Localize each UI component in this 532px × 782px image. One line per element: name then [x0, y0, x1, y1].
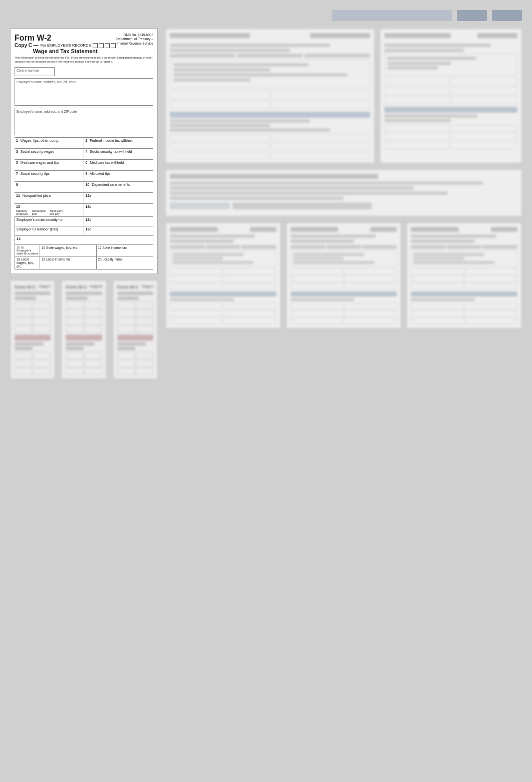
local-tax-row: 18 Local wages, tips, etc. 19 Local inco…	[15, 256, 153, 270]
copies-row: Form W-2 Copy 1	[10, 280, 158, 379]
w2-form-name: Form W-2	[15, 33, 116, 43]
w2-form-header: Form W-2 Copy C — For EMPLOYEE'S RECORDS…	[15, 33, 153, 54]
w2-control-row: Control number	[15, 67, 153, 76]
field-10: 10 Dependent care benefits	[84, 182, 154, 193]
page-title	[332, 10, 452, 21]
ssn-field: Employee's social security no.	[15, 217, 84, 226]
field-13-block: 13 Statutoryemployee Retirementplan Thir…	[15, 204, 84, 217]
w2-copy-1: Form W-2 Copy 1	[10, 280, 55, 379]
field-5: 5 Medicare wages and tips	[15, 160, 84, 171]
field-16: 16 State wages, tips, etc.	[40, 245, 97, 256]
page-header	[10, 10, 522, 21]
field-11: 11 Nonqualified plans	[15, 193, 84, 204]
state-tax-row: 15 St. Employer's state ID number 16 Sta…	[15, 245, 153, 256]
w2-form-copy-c: Form W-2 Copy C — For EMPLOYEE'S RECORDS…	[10, 29, 158, 274]
right-top-section	[165, 29, 522, 163]
statutory-label: Statutoryemployee	[16, 209, 28, 215]
bottom-copy-1	[165, 222, 281, 329]
employer-address-field: Employer's name, address, and ZIP code	[15, 78, 153, 106]
field-12b: 12b	[84, 204, 154, 217]
field-9: 9	[15, 182, 84, 193]
ssn-12c-block: Employee's social security no. 12c	[15, 217, 153, 226]
right-top-right-card	[380, 29, 522, 163]
field-12d: 12d	[84, 226, 153, 235]
checkbox-3	[105, 43, 110, 48]
w2-copy-line: Copy C — For EMPLOYEE'S RECORDS	[15, 43, 116, 48]
w2-checkboxes	[93, 43, 116, 48]
field-20: 20 Locality name	[97, 256, 153, 269]
print-button[interactable]	[457, 10, 487, 21]
w2-copy-2: Form W-2 Copy 2	[113, 280, 158, 379]
checkbox-1	[93, 43, 98, 48]
thirdparty-label: Third-partysick pay	[50, 209, 63, 215]
main-content: Form W-2 Copy C — For EMPLOYEE'S RECORDS…	[10, 29, 522, 379]
field-3: 3 Social security wages	[15, 149, 84, 160]
field-15: 15 St. Employer's state ID number	[15, 245, 40, 256]
bottom-copy-3	[406, 222, 522, 329]
w2-fields-grid: 1 Wages, tips, other comp. 2 Federal inc…	[15, 137, 153, 217]
field-2: 2 Federal income tax withheld	[84, 138, 154, 149]
w2-omb-block: OMB No. 1545-0008 Department of Treasury…	[116, 33, 153, 46]
bottom-copies-row	[165, 222, 522, 329]
employee-address-field: Employee's name, address, and ZIP code	[15, 108, 153, 135]
field-12c: 12c	[84, 217, 153, 226]
control-number-field: Control number	[15, 67, 55, 76]
save-button[interactable]	[492, 10, 522, 21]
w2-title-block: Form W-2 Copy C — For EMPLOYEE'S RECORDS…	[15, 33, 116, 54]
right-bottom-card	[165, 169, 522, 216]
field-8: 8 Allocated tips	[84, 171, 154, 182]
w2-info-text: This information is being furnished to t…	[15, 56, 153, 64]
field-19: 19 Local income tax	[40, 256, 97, 269]
ein-field: Employer ID number (EIN)	[15, 226, 84, 235]
checkbox-4	[111, 43, 116, 48]
w2-wage-title: Wage and Tax Statement	[15, 48, 116, 54]
field-4: 4 Social security tax withheld	[84, 149, 154, 160]
checkbox-2	[99, 43, 104, 48]
field-17: 17 State income tax	[97, 245, 153, 256]
field-14: 14	[15, 236, 153, 245]
field-12a: 12a	[84, 193, 154, 204]
left-column: Form W-2 Copy C — For EMPLOYEE'S RECORDS…	[10, 29, 158, 379]
retirement-label: Retirementplan	[32, 209, 46, 215]
field-7: 7 Social security tips	[15, 171, 84, 182]
field-1: 1 Wages, tips, other comp.	[15, 138, 84, 149]
w2-copy-b: Form W-2 Copy B	[61, 280, 106, 379]
ein-12d-block: Employer ID number (EIN) 12d	[15, 226, 153, 236]
field-6: 6 Medicare tax withheld	[84, 160, 154, 171]
right-wrapper	[165, 29, 522, 379]
right-top-left-card	[165, 29, 375, 163]
field-18: 18 Local wages, tips, etc.	[15, 256, 40, 269]
bottom-copy-2	[286, 222, 402, 329]
